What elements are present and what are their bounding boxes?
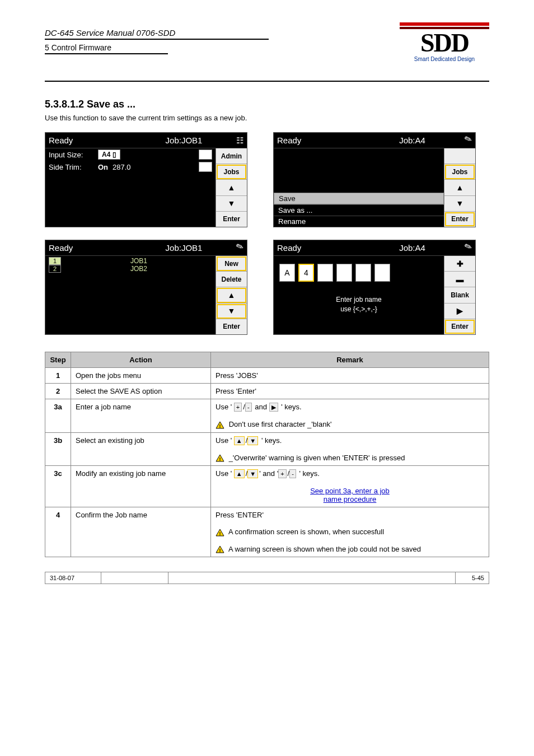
- char-input[interactable]: [336, 264, 352, 282]
- brand-logo: SDD Smart Dedicated Design: [400, 22, 489, 62]
- job-row[interactable]: 1 JOB1: [45, 257, 216, 265]
- arrow-down-icon: [456, 199, 464, 208]
- footer-page: 5-45: [456, 572, 489, 584]
- char-input[interactable]: A: [279, 264, 295, 282]
- jobs-button[interactable]: Jobs: [444, 164, 475, 180]
- trim-icon: ≡: [199, 162, 212, 172]
- next-button[interactable]: [444, 304, 475, 319]
- plus-button[interactable]: [444, 256, 475, 272]
- table-row: 4 Confirm the Job name Press 'ENTER' ! A…: [45, 507, 489, 557]
- up-button[interactable]: [216, 287, 247, 303]
- job-title: Job:JOB1: [139, 243, 229, 253]
- col-step: Step: [45, 352, 71, 368]
- steps-table: Step Action Remark 1 Open the jobs menu …: [45, 352, 489, 557]
- enter-button[interactable]: Enter: [444, 319, 475, 334]
- svg-text:!: !: [219, 531, 221, 536]
- edit-icon: ✎: [228, 240, 245, 255]
- arrow-down-icon: [228, 199, 236, 208]
- hint-text: use {<,>,+,-}: [274, 305, 444, 314]
- arrow-right-icon: [457, 306, 463, 315]
- chapter-title: 5 Control Firmware: [45, 43, 168, 54]
- blank-button[interactable]: Blank: [444, 287, 475, 303]
- table-row: 3a Enter a job name Use ' +/- and ▶ ' ke…: [45, 399, 489, 433]
- side-trim-value: 287.0: [113, 163, 131, 171]
- arrow-up-icon: [228, 291, 236, 300]
- screenshot-job-list: Ready Job:JOB1 ✎ 1 JOB1 2 JOB2: [45, 240, 247, 335]
- section-lead: Use this function to save the current tr…: [45, 114, 489, 122]
- char-input[interactable]: [317, 264, 333, 282]
- status-text: Ready: [49, 136, 139, 145]
- status-text: Ready: [49, 243, 139, 253]
- minus-icon: [456, 275, 464, 284]
- enter-button[interactable]: Enter: [444, 212, 475, 227]
- section-heading: 5.3.8.1.2 Save as ...: [45, 99, 489, 110]
- char-input[interactable]: 4: [298, 264, 314, 282]
- char-input[interactable]: [355, 264, 371, 282]
- hint-text: Enter job name: [274, 295, 444, 305]
- new-button[interactable]: New: [216, 256, 247, 272]
- arrow-up-icon: [228, 183, 236, 192]
- svg-text:!: !: [219, 423, 221, 429]
- down-button[interactable]: [216, 196, 247, 212]
- table-row: 3c Modify an existing job name Use ' ▲/▼…: [45, 466, 489, 507]
- job-title: Job:A4: [367, 243, 457, 253]
- table-row: 2 Select the SAVE AS option Press 'Enter…: [45, 384, 489, 399]
- input-size-label: Input Size:: [49, 151, 98, 159]
- status-text: Ready: [277, 136, 367, 145]
- side-trim-label: Side Trim:: [49, 163, 98, 171]
- cross-ref-link[interactable]: name procedure: [324, 495, 377, 503]
- job-title: Job:JOB1: [139, 136, 229, 145]
- menu-save[interactable]: Save: [274, 193, 444, 204]
- enter-button[interactable]: Enter: [216, 319, 247, 334]
- footer-mid: [101, 572, 168, 584]
- edit-icon: ✎: [456, 240, 474, 255]
- arrow-down-icon: [228, 306, 236, 315]
- plus-icon: [457, 259, 463, 268]
- admin-button[interactable]: Admin: [216, 148, 247, 164]
- arrow-up-icon: [456, 183, 464, 192]
- col-remark: Remark: [211, 352, 489, 368]
- screenshot-name-entry: Ready Job:A4 ✎ A 4 Enter job name: [273, 240, 476, 335]
- minus-button[interactable]: [444, 272, 475, 287]
- screenshot-main: Ready Job:JOB1 ☷ Input Size: A4 ▯ ▥ Side…: [45, 132, 247, 227]
- side-trim-on: On: [98, 163, 108, 171]
- doc-title: DC-645 Service Manual 0706-SDD: [45, 28, 269, 40]
- up-button[interactable]: [216, 180, 247, 195]
- table-row: 3b Select an existing job Use ' ▲/▼ ' ke…: [45, 432, 489, 466]
- edit-icon: ✎: [456, 133, 474, 148]
- warning-icon: !: [216, 529, 224, 536]
- enter-button[interactable]: Enter: [216, 212, 247, 227]
- col-action: Action: [71, 352, 211, 368]
- page-footer: 31-08-07 5-45: [45, 572, 489, 584]
- table-row: 1 Open the jobs menu Press 'JOBS': [45, 368, 489, 384]
- menu-rename[interactable]: Rename: [274, 216, 444, 227]
- jobs-button[interactable]: Jobs: [216, 164, 247, 180]
- input-size-value: A4 ▯: [98, 150, 120, 160]
- svg-text:!: !: [219, 548, 221, 553]
- down-button[interactable]: [444, 196, 475, 212]
- footer-date: 31-08-07: [45, 572, 101, 584]
- svg-text:!: !: [219, 456, 221, 462]
- screenshot-jobs-menu: Ready Job:A4 ✎ Save Save as ... Rename J…: [273, 132, 476, 227]
- menu-save-as[interactable]: Save as ...: [274, 204, 444, 216]
- warning-icon: !: [216, 545, 224, 553]
- blank-button: [444, 148, 475, 164]
- char-input[interactable]: [374, 264, 390, 282]
- status-text: Ready: [277, 243, 367, 253]
- down-button[interactable]: [216, 304, 247, 319]
- job-title: Job:A4: [367, 136, 457, 145]
- cross-ref-link[interactable]: See point 3a, enter a job: [310, 487, 390, 495]
- warning-icon: !: [216, 454, 224, 462]
- page-icon: ▥: [199, 150, 212, 160]
- job-row[interactable]: 2 JOB2: [45, 265, 216, 273]
- up-button[interactable]: [444, 180, 475, 195]
- footer-spacer: [168, 572, 456, 584]
- delete-button[interactable]: Delete: [216, 272, 247, 287]
- warning-icon: !: [216, 421, 224, 429]
- feed-icon: ☷: [229, 136, 243, 146]
